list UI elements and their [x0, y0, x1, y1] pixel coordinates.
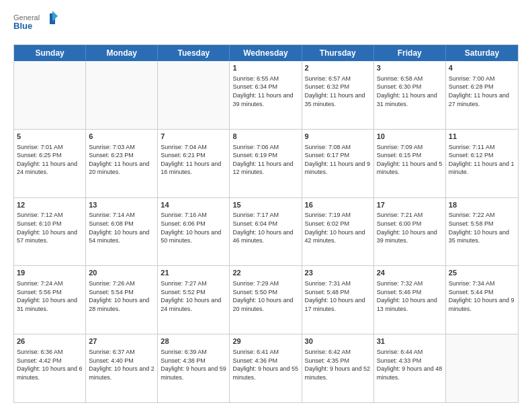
empty-cell	[86, 61, 158, 129]
day-number: 30	[305, 336, 371, 347]
day-number: 19	[17, 268, 83, 278]
cell-info: Sunrise: 6:58 AMSunset: 6:30 PMDaylight:…	[377, 75, 443, 108]
logo-icon: General Blue	[13, 11, 60, 35]
day-cell-13: 13Sunrise: 7:14 AMSunset: 6:08 PMDayligh…	[86, 198, 158, 266]
day-number: 21	[161, 268, 226, 278]
day-cell-11: 11Sunrise: 7:11 AMSunset: 6:12 PMDayligh…	[446, 130, 518, 197]
day-cell-31: 31Sunrise: 6:44 AMSunset: 4:33 PMDayligh…	[374, 334, 446, 402]
cell-info: Sunrise: 7:06 AMSunset: 6:19 PMDaylight:…	[232, 143, 298, 177]
logo-text: General Blue	[13, 11, 60, 38]
cell-info: Sunrise: 7:24 AMSunset: 5:56 PMDaylight:…	[17, 279, 83, 313]
header-day-tuesday: Tuesday	[158, 45, 230, 61]
cell-info: Sunrise: 7:32 AMSunset: 5:46 PMDaylight:…	[377, 279, 443, 313]
cell-info: Sunrise: 6:41 AMSunset: 4:36 PMDaylight:…	[232, 348, 298, 381]
day-number: 13	[89, 200, 154, 210]
cell-info: Sunrise: 7:09 AMSunset: 6:15 PMDaylight:…	[377, 143, 443, 177]
cell-info: Sunrise: 7:21 AMSunset: 6:00 PMDaylight:…	[377, 211, 443, 244]
cell-info: Sunrise: 7:12 AMSunset: 6:10 PMDaylight:…	[17, 211, 83, 244]
cell-info: Sunrise: 7:34 AMSunset: 5:44 PMDaylight:…	[449, 279, 515, 313]
cell-info: Sunrise: 7:29 AMSunset: 5:50 PMDaylight:…	[232, 279, 298, 313]
day-number: 5	[17, 132, 83, 142]
cell-info: Sunrise: 7:01 AMSunset: 6:25 PMDaylight:…	[17, 143, 83, 177]
day-cell-17: 17Sunrise: 7:21 AMSunset: 6:00 PMDayligh…	[374, 198, 446, 266]
day-cell-4: 4Sunrise: 7:00 AMSunset: 6:28 PMDaylight…	[446, 61, 518, 129]
empty-cell	[14, 61, 86, 129]
cell-info: Sunrise: 7:08 AMSunset: 6:17 PMDaylight:…	[305, 143, 371, 177]
cell-info: Sunrise: 6:57 AMSunset: 6:32 PMDaylight:…	[305, 75, 371, 108]
logo: General Blue	[13, 11, 60, 38]
header-day-sunday: Sunday	[14, 45, 86, 61]
day-number: 2	[305, 63, 371, 73]
day-number: 12	[17, 200, 83, 210]
day-cell-14: 14Sunrise: 7:16 AMSunset: 6:06 PMDayligh…	[158, 198, 230, 266]
day-number: 17	[377, 200, 443, 210]
empty-cell	[446, 334, 518, 402]
day-cell-5: 5Sunrise: 7:01 AMSunset: 6:25 PMDaylight…	[14, 130, 86, 197]
header-day-wednesday: Wednesday	[230, 45, 302, 61]
day-number: 25	[449, 268, 515, 278]
cell-info: Sunrise: 7:27 AMSunset: 5:52 PMDaylight:…	[161, 279, 226, 313]
day-number: 6	[89, 132, 154, 142]
cell-info: Sunrise: 6:44 AMSunset: 4:33 PMDaylight:…	[377, 348, 443, 381]
header: General Blue	[13, 11, 519, 38]
empty-cell	[158, 61, 230, 129]
day-cell-22: 22Sunrise: 7:29 AMSunset: 5:50 PMDayligh…	[230, 266, 302, 334]
day-number: 29	[232, 336, 298, 347]
cell-info: Sunrise: 7:31 AMSunset: 5:48 PMDaylight:…	[305, 279, 371, 313]
cell-info: Sunrise: 7:17 AMSunset: 6:04 PMDaylight:…	[232, 211, 298, 244]
day-cell-15: 15Sunrise: 7:17 AMSunset: 6:04 PMDayligh…	[230, 198, 302, 266]
day-cell-21: 21Sunrise: 7:27 AMSunset: 5:52 PMDayligh…	[158, 266, 230, 334]
day-cell-30: 30Sunrise: 6:42 AMSunset: 4:35 PMDayligh…	[302, 334, 374, 402]
day-number: 1	[232, 63, 298, 73]
day-number: 23	[305, 268, 371, 278]
day-cell-20: 20Sunrise: 7:26 AMSunset: 5:54 PMDayligh…	[86, 266, 158, 334]
day-cell-9: 9Sunrise: 7:08 AMSunset: 6:17 PMDaylight…	[302, 130, 374, 197]
day-number: 27	[89, 336, 154, 347]
cell-info: Sunrise: 6:55 AMSunset: 6:34 PMDaylight:…	[232, 75, 298, 108]
day-number: 9	[305, 132, 371, 142]
cell-info: Sunrise: 7:26 AMSunset: 5:54 PMDaylight:…	[89, 279, 154, 313]
cell-info: Sunrise: 7:16 AMSunset: 6:06 PMDaylight:…	[161, 211, 226, 244]
day-cell-16: 16Sunrise: 7:19 AMSunset: 6:02 PMDayligh…	[302, 198, 374, 266]
day-cell-1: 1Sunrise: 6:55 AMSunset: 6:34 PMDaylight…	[230, 61, 302, 129]
day-cell-2: 2Sunrise: 6:57 AMSunset: 6:32 PMDaylight…	[302, 61, 374, 129]
day-cell-24: 24Sunrise: 7:32 AMSunset: 5:46 PMDayligh…	[374, 266, 446, 334]
calendar-row-1: 5Sunrise: 7:01 AMSunset: 6:25 PMDaylight…	[14, 129, 518, 197]
day-cell-10: 10Sunrise: 7:09 AMSunset: 6:15 PMDayligh…	[374, 130, 446, 197]
day-number: 28	[161, 336, 226, 347]
day-cell-25: 25Sunrise: 7:34 AMSunset: 5:44 PMDayligh…	[446, 266, 518, 334]
cell-info: Sunrise: 7:00 AMSunset: 6:28 PMDaylight:…	[449, 75, 515, 108]
day-cell-23: 23Sunrise: 7:31 AMSunset: 5:48 PMDayligh…	[302, 266, 374, 334]
day-number: 4	[449, 63, 515, 73]
day-number: 10	[377, 132, 443, 142]
calendar-row-0: 1Sunrise: 6:55 AMSunset: 6:34 PMDaylight…	[14, 61, 518, 129]
day-cell-18: 18Sunrise: 7:22 AMSunset: 5:58 PMDayligh…	[446, 198, 518, 266]
day-number: 22	[232, 268, 298, 278]
day-number: 26	[17, 336, 83, 347]
day-number: 8	[232, 132, 298, 142]
day-cell-28: 28Sunrise: 6:39 AMSunset: 4:38 PMDayligh…	[158, 334, 230, 402]
calendar-row-2: 12Sunrise: 7:12 AMSunset: 6:10 PMDayligh…	[14, 197, 518, 266]
header-day-monday: Monday	[86, 45, 158, 61]
day-cell-27: 27Sunrise: 6:37 AMSunset: 4:40 PMDayligh…	[86, 334, 158, 402]
day-number: 14	[161, 200, 226, 210]
page: General Blue SundayMondayTuesdayWednesda…	[0, 0, 532, 411]
cell-info: Sunrise: 7:11 AMSunset: 6:12 PMDaylight:…	[449, 143, 515, 177]
cell-info: Sunrise: 7:19 AMSunset: 6:02 PMDaylight:…	[305, 211, 371, 244]
cell-info: Sunrise: 6:39 AMSunset: 4:38 PMDaylight:…	[161, 348, 226, 381]
day-cell-7: 7Sunrise: 7:04 AMSunset: 6:21 PMDaylight…	[158, 130, 230, 197]
cell-info: Sunrise: 6:42 AMSunset: 4:35 PMDaylight:…	[305, 348, 371, 381]
day-number: 15	[232, 200, 298, 210]
day-number: 31	[377, 336, 443, 347]
day-cell-6: 6Sunrise: 7:03 AMSunset: 6:23 PMDaylight…	[86, 130, 158, 197]
cell-info: Sunrise: 7:22 AMSunset: 5:58 PMDaylight:…	[449, 211, 515, 244]
day-number: 18	[449, 200, 515, 210]
day-number: 7	[161, 132, 226, 142]
cell-info: Sunrise: 7:03 AMSunset: 6:23 PMDaylight:…	[89, 143, 154, 177]
calendar: SundayMondayTuesdayWednesdayThursdayFrid…	[13, 44, 519, 403]
calendar-body: 1Sunrise: 6:55 AMSunset: 6:34 PMDaylight…	[14, 61, 518, 402]
cell-info: Sunrise: 6:37 AMSunset: 4:40 PMDaylight:…	[89, 348, 154, 381]
day-cell-8: 8Sunrise: 7:06 AMSunset: 6:19 PMDaylight…	[230, 130, 302, 197]
calendar-row-4: 26Sunrise: 6:36 AMSunset: 4:42 PMDayligh…	[14, 334, 518, 402]
day-cell-19: 19Sunrise: 7:24 AMSunset: 5:56 PMDayligh…	[14, 266, 86, 334]
